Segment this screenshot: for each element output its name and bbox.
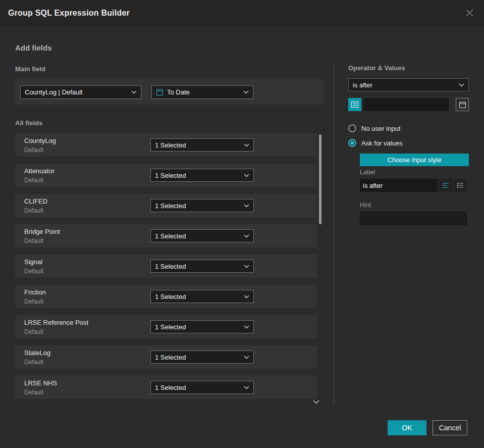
field-row: CLIFED Default 1 Selected — [15, 194, 317, 217]
field-values-select[interactable]: 1 Selected — [150, 199, 254, 212]
field-values-select-value: 1 Selected — [155, 293, 186, 301]
field-values-select-value: 1 Selected — [155, 141, 186, 149]
main-field-select[interactable]: CountyLog | Default — [20, 85, 141, 99]
chevron-down-icon — [243, 90, 249, 94]
radio-no-user-input[interactable]: No user input — [348, 124, 400, 132]
value-input[interactable] — [363, 98, 449, 111]
input-list-icon — [351, 102, 358, 108]
chevron-down-icon — [244, 265, 249, 268]
chevron-down-icon — [131, 90, 137, 94]
field-values-select[interactable]: 1 Selected — [150, 381, 254, 394]
field-row: StateLog Default 1 Selected — [15, 345, 317, 369]
field-values-select[interactable]: 1 Selected — [150, 138, 254, 152]
choose-input-style-button[interactable]: Choose input style — [360, 154, 469, 166]
label-input-row — [360, 179, 467, 192]
main-field-label: Main field — [15, 65, 45, 73]
field-values-select[interactable]: 1 Selected — [150, 169, 254, 182]
field-values-select-value: 1 Selected — [155, 172, 186, 179]
value-input-row — [348, 98, 469, 111]
operator-select[interactable]: is after — [348, 78, 469, 91]
list-icon — [457, 182, 464, 188]
align-left-icon — [442, 182, 449, 188]
all-fields-label: All fields — [15, 119, 42, 127]
single-line-style-button[interactable] — [439, 179, 452, 192]
chevron-down-icon — [244, 174, 249, 177]
radio-circle-icon — [348, 124, 356, 132]
field-values-select[interactable]: 1 Selected — [150, 290, 254, 303]
field-values-select[interactable]: 1 Selected — [150, 229, 254, 242]
cancel-button[interactable]: Cancel — [433, 420, 467, 435]
operator-select-value: is after — [353, 81, 372, 89]
field-row: Bridge Point Default 1 Selected — [15, 224, 317, 247]
chevron-down-icon — [244, 143, 249, 147]
chevron-down-icon — [244, 325, 249, 329]
list-style-button[interactable] — [453, 179, 467, 192]
field-values-select-value: 1 Selected — [155, 384, 186, 391]
radio-no-user-input-label: No user input — [361, 125, 400, 132]
field-values-select-value: 1 Selected — [155, 232, 186, 240]
scroll-down-button[interactable] — [313, 398, 319, 406]
radio-selected-icon — [348, 139, 356, 147]
chevron-down-icon — [244, 386, 249, 389]
chevron-down-icon — [244, 234, 249, 238]
hint-field-label: Hint — [360, 202, 371, 209]
group-sql-expression-builder-dialog: Group SQL Expression Builder Add fields … — [0, 0, 484, 448]
chevron-down-icon — [459, 83, 464, 87]
main-field-select-value: CountyLog | Default — [25, 88, 83, 96]
field-values-select-value: 1 Selected — [155, 354, 186, 361]
field-values-select[interactable]: 1 Selected — [150, 320, 254, 333]
field-row: LRSE NHS Default 1 Selected — [15, 376, 317, 399]
calendar-icon — [459, 101, 466, 109]
label-input[interactable] — [360, 179, 438, 192]
radio-ask-for-values[interactable]: Ask for values — [348, 139, 403, 147]
ok-button[interactable]: OK — [388, 420, 426, 435]
radio-ask-for-values-label: Ask for values — [361, 139, 403, 147]
field-row: Signal Default 1 Selected — [15, 255, 317, 278]
field-values-select-value: 1 Selected — [155, 202, 186, 210]
calendar-picker-button[interactable] — [456, 98, 469, 111]
dialog-title: Group SQL Expression Builder — [8, 9, 130, 18]
scrollbar-thumb[interactable] — [319, 134, 321, 224]
operator-values-panel: Operator & Values is after — [348, 0, 469, 448]
field-values-select-value: 1 Selected — [155, 263, 186, 270]
all-fields-list: CountyLog Default 1 Selected Attenuator … — [15, 133, 324, 406]
main-field-panel: CountyLog | Default To Date — [15, 79, 324, 105]
hint-input[interactable] — [360, 212, 467, 225]
calendar-icon — [156, 88, 164, 96]
main-value-select-value: To Date — [167, 88, 190, 96]
panel-divider — [334, 62, 334, 405]
field-values-select[interactable]: 1 Selected — [150, 351, 254, 364]
add-fields-heading: Add fields — [15, 43, 52, 52]
field-values-select-value: 1 Selected — [155, 323, 186, 331]
chevron-down-icon — [313, 400, 319, 404]
field-row: LRSE Reference Post Default 1 Selected — [15, 315, 317, 338]
chevron-down-icon — [244, 295, 249, 298]
operator-values-heading: Operator & Values — [348, 64, 405, 72]
field-row: CountyLog Default 1 Selected — [15, 133, 317, 157]
chevron-down-icon — [244, 204, 249, 208]
input-mode-button[interactable] — [348, 98, 361, 111]
label-field-label: Label — [360, 169, 375, 176]
field-values-select[interactable]: 1 Selected — [150, 260, 254, 273]
main-value-select[interactable]: To Date — [151, 85, 253, 99]
chevron-down-icon — [244, 356, 249, 359]
field-row: Attenuator Default 1 Selected — [15, 164, 317, 187]
field-row: Friction Default 1 Selected — [15, 285, 317, 308]
